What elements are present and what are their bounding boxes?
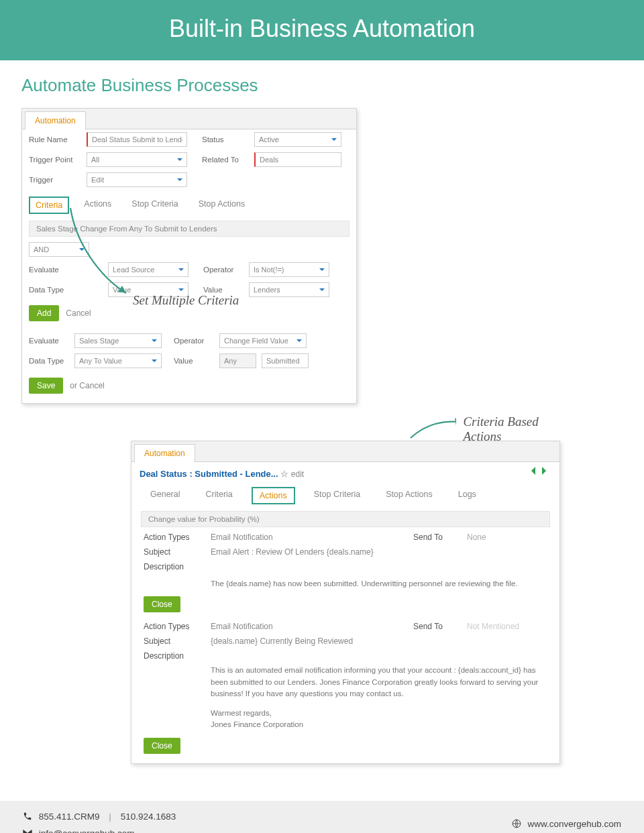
automation-rule-card: Automation Rule Name Status Active Trigg… bbox=[21, 108, 357, 404]
value-submitted-input[interactable] bbox=[262, 353, 309, 368]
page-footer: 855.411.CRM9 | 510.924.1683 info@converg… bbox=[0, 801, 644, 834]
criteria-tab[interactable]: Criteria bbox=[29, 197, 69, 214]
value-select[interactable]: Lenders bbox=[249, 282, 329, 297]
logic-select[interactable]: AND bbox=[29, 242, 89, 257]
close-button-1[interactable]: Close bbox=[144, 596, 180, 612]
status-select[interactable]: Active bbox=[254, 132, 341, 147]
action-summary-bar: Change value for Probability (%) bbox=[141, 511, 550, 527]
automation-tab-2[interactable]: Automation bbox=[134, 444, 195, 462]
action-types-label: Action Types bbox=[144, 533, 211, 542]
app-tabstrip: Automation bbox=[22, 109, 356, 129]
footer-phone-2: 510.924.1683 bbox=[121, 812, 176, 822]
operator2-select[interactable]: Change Field Value bbox=[219, 333, 307, 348]
action-types-label-2: Action Types bbox=[144, 622, 211, 631]
operator-select[interactable]: Is Not(!=) bbox=[249, 262, 329, 277]
subject-label-2: Subject bbox=[144, 636, 211, 646]
star-icon[interactable]: ☆ bbox=[280, 469, 288, 479]
value2-label: Value bbox=[174, 357, 214, 365]
status-label: Status bbox=[202, 135, 249, 144]
send-to-label: Send To bbox=[413, 533, 467, 542]
app-tabstrip-2: Automation bbox=[131, 441, 559, 462]
arrow-annotation-2 bbox=[407, 416, 456, 442]
edit-link[interactable]: edit bbox=[291, 469, 304, 479]
actions-tab[interactable]: Actions bbox=[78, 197, 117, 214]
description-label-2: Description bbox=[144, 651, 211, 661]
stop-criteria-tab[interactable]: Stop Criteria bbox=[126, 197, 183, 214]
globe-icon bbox=[512, 819, 521, 830]
trigger-point-select[interactable]: All bbox=[87, 152, 187, 167]
action-types-value-2: Email Notification bbox=[211, 622, 413, 631]
criteria-tab-2[interactable]: Criteria bbox=[199, 487, 239, 504]
automation-actions-card: Criteria Based Actions Automation Deal S… bbox=[131, 441, 560, 764]
send-to-label-2: Send To bbox=[413, 622, 467, 631]
subject-label: Subject bbox=[144, 547, 211, 557]
annotation-criteria-based-actions: Criteria Based Actions bbox=[463, 414, 559, 444]
operator-label: Operator bbox=[203, 266, 244, 274]
action-types-value: Email Notification bbox=[211, 533, 413, 542]
description-text-2a: This is an automated email notification … bbox=[211, 665, 547, 700]
stop-criteria-tab-2[interactable]: Stop Criteria bbox=[307, 487, 367, 504]
close-button-2[interactable]: Close bbox=[144, 738, 180, 754]
evaluate2-select[interactable]: Sales Stage bbox=[74, 333, 162, 348]
add-button[interactable]: Add bbox=[29, 305, 59, 321]
hero-banner: Built-in Business Automation bbox=[0, 0, 644, 60]
evaluate-select[interactable]: Lead Source bbox=[108, 262, 189, 277]
trigger-label: Trigger bbox=[29, 176, 81, 184]
phone-icon bbox=[23, 812, 32, 823]
save-button[interactable]: Save bbox=[29, 378, 63, 394]
footer-separator: | bbox=[109, 812, 111, 822]
page-subtitle: Automate Business Processes bbox=[21, 75, 644, 96]
trigger-select[interactable]: Edit bbox=[87, 172, 187, 187]
data-type2-label: Data Type bbox=[29, 357, 69, 365]
logs-tab[interactable]: Logs bbox=[451, 487, 483, 504]
subject-value: Email Alert : Review Of Lenders {deals.n… bbox=[211, 547, 547, 557]
description-label: Description bbox=[144, 562, 211, 571]
footer-email: info@convergehub.com bbox=[39, 828, 135, 834]
prev-arrow-icon[interactable] bbox=[527, 467, 535, 475]
send-to-value: None bbox=[467, 533, 547, 542]
evaluate2-label: Evaluate bbox=[29, 337, 69, 345]
description-text-1: The {deals.name} has now been submitted.… bbox=[131, 574, 559, 596]
operator2-label: Operator bbox=[174, 337, 214, 345]
detail-subtabs: General Criteria Actions Stop Criteria S… bbox=[131, 482, 559, 508]
rule-name-input[interactable] bbox=[87, 132, 187, 147]
or-cancel-link[interactable]: or Cancel bbox=[70, 381, 104, 390]
description-text-2c: Jones Finance Corporation bbox=[211, 719, 547, 730]
related-to-label: Related To bbox=[202, 156, 249, 164]
description-text-2b: Warmest regards, bbox=[211, 708, 547, 719]
data-type-label: Data Type bbox=[29, 286, 103, 294]
automation-tab[interactable]: Automation bbox=[25, 111, 86, 129]
send-to-value-2: Not Mentioned bbox=[467, 622, 547, 631]
criteria-summary-bar: Sales Stage Change From Any To Submit to… bbox=[29, 221, 350, 237]
rule-subtabs: Criteria Actions Stop Criteria Stop Acti… bbox=[22, 190, 356, 218]
actions-tab-2[interactable]: Actions bbox=[252, 487, 295, 504]
automation-title: Deal Status : Submitted - Lende... bbox=[140, 469, 278, 479]
footer-website: www.convergehub.com bbox=[527, 820, 621, 830]
footer-phone-1: 855.411.CRM9 bbox=[39, 812, 100, 822]
stop-actions-tab[interactable]: Stop Actions bbox=[193, 197, 251, 214]
rule-name-label: Rule Name bbox=[29, 135, 81, 144]
stop-actions-tab-2[interactable]: Stop Actions bbox=[379, 487, 439, 504]
value-any-input[interactable] bbox=[219, 353, 256, 368]
data-type2-select[interactable]: Any To Value bbox=[74, 353, 162, 368]
general-tab[interactable]: General bbox=[144, 487, 186, 504]
related-to-input[interactable] bbox=[254, 152, 341, 167]
cancel-link[interactable]: Cancel bbox=[66, 309, 91, 318]
annotation-set-multiple-criteria: Set Multiple Criteria bbox=[133, 293, 239, 308]
mail-icon bbox=[23, 828, 32, 833]
trigger-point-label: Trigger Point bbox=[29, 156, 81, 164]
evaluate-label: Evaluate bbox=[29, 266, 103, 274]
next-arrow-icon[interactable] bbox=[542, 467, 550, 475]
subject-value-2: {deals.name} Currently Being Reviewed bbox=[211, 636, 547, 646]
